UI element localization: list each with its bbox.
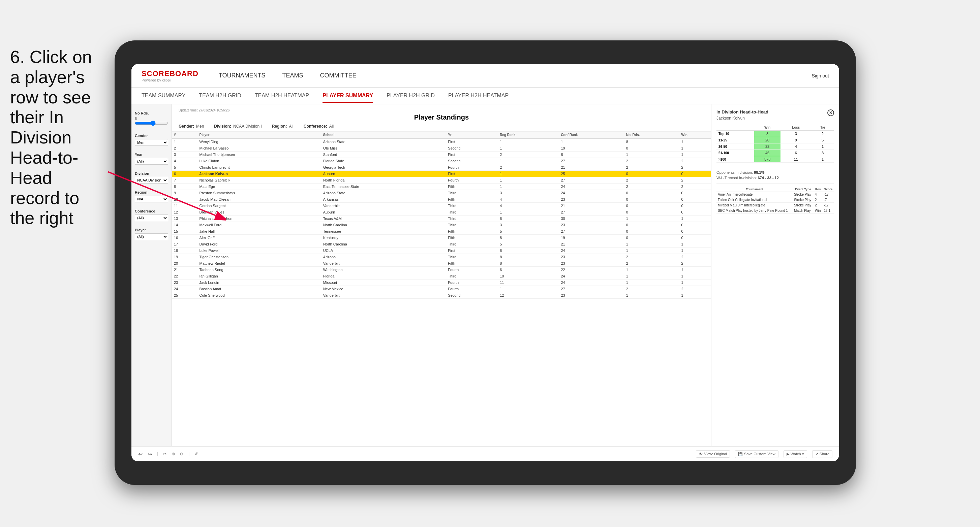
toolbar-copy[interactable]: ⊕ [172,452,175,456]
filter-conference-select[interactable]: (All) [135,214,168,221]
cell-conf-rank: 25 [559,171,624,177]
cell-rds: 2 [624,260,679,267]
cell-rank: 10 [172,196,197,203]
h2h-range-label: 51-100 [716,150,754,156]
cell-school: Vanderbilt [321,260,446,267]
table-row[interactable]: 16 Alex Goff Kentucky Fifth 8 19 0 0 [172,235,711,241]
cell-yr: Fourth [446,164,498,171]
h2h-close-button[interactable]: ✕ [827,110,834,116]
center-panel: Update time: 27/03/2024 16:56:26 Player … [172,105,711,446]
nav-committee[interactable]: COMMITTEE [320,70,356,81]
table-row[interactable]: 24 Bastian Amat New Mexico Fourth 1 27 2… [172,286,711,292]
nav-teams[interactable]: TEAMS [282,70,303,81]
table-row[interactable]: 13 Phichaisak Malchon Texas A&M Third 6 … [172,216,711,222]
filter-region-select[interactable]: N/A [135,196,168,202]
share-button[interactable]: ↗ Share [812,450,832,458]
subnav-team-h2h-grid[interactable]: TEAM H2H GRID [199,89,241,103]
table-row[interactable]: 2 Michael La Sasso Ole Miss Second 1 19 … [172,145,711,152]
table-row[interactable]: 6 Jackson Koivun Auburn First 1 25 0 0 [172,171,711,177]
cell-rds: 1 [624,267,679,273]
cell-school: New Mexico [321,286,446,292]
filter-division: Division NCAA Division I [135,171,168,184]
table-row[interactable]: 12 Brendan Valles Auburn Third 1 27 0 0 [172,209,711,216]
cell-yr: Third [446,273,498,279]
standings-title: Player Standings [178,113,704,121]
cell-player: Ian Gilligan [197,273,321,279]
table-row[interactable]: 14 Maxwell Ford North Carolina Third 3 2… [172,222,711,228]
filter-year-select[interactable]: (All) [135,158,168,165]
table-row[interactable]: 11 Gordon Sargent Vanderbilt Third 4 21 … [172,203,711,209]
subnav-team-h2h-heatmap[interactable]: TEAM H2H HEATMAP [255,89,309,103]
cell-school: Missouri [321,279,446,286]
filter-division-select[interactable]: NCAA Division I [135,177,168,184]
h2h-row: 26-50 22 4 1 [716,143,834,150]
table-row[interactable]: 22 Ian Gilligan Florida Third 10 24 1 1 [172,273,711,279]
cell-rank: 11 [172,203,197,209]
toolbar-cut[interactable]: ✂ [163,452,167,456]
cell-rds: 0 [624,196,679,203]
table-row[interactable]: 4 Luke Claton Florida State Second 1 27 … [172,158,711,164]
h2h-win-cell: 578 [754,156,781,163]
cell-reg-rank: 1 [498,158,559,164]
table-row[interactable]: 8 Mats Ege East Tennessee State Fifth 1 … [172,184,711,190]
table-row[interactable]: 15 Jake Hall Tennessee Fifth 5 27 0 0 [172,228,711,235]
filter-no-rds-slider[interactable] [135,121,168,126]
cell-school: Stanford [321,152,446,158]
cell-win: 1 [679,267,711,273]
sign-out-link[interactable]: Sign out [812,73,829,78]
view-original-button[interactable]: 👁 View: Original [696,450,730,458]
cell-conf-rank: 24 [559,190,624,196]
cell-school: Kentucky [321,235,446,241]
toolbar-paste[interactable]: ⊖ [180,452,183,456]
logo-area: SCOREBOARD Powered by clippi [142,69,199,82]
table-row[interactable]: 25 Cole Sherwood Vanderbilt Second 12 23… [172,292,711,299]
cell-reg-rank: 1 [498,171,559,177]
save-custom-button[interactable]: 💾 Save Custom View [735,450,778,458]
cell-conf-rank: 23 [559,254,624,260]
bottom-toolbar: ↩ ↪ | ✂ ⊕ ⊖ | ↺ 👁 View: Original 💾 Save … [131,446,839,461]
cell-rds: 2 [624,184,679,190]
cell-conf-rank: 24 [559,184,624,190]
cell-rank: 9 [172,190,197,196]
table-row[interactable]: 1 Wenyi Ding Arizona State First 1 1 8 1 [172,138,711,145]
filter-no-rds-label: No Rds. [135,111,168,115]
table-row[interactable]: 21 Taehoon Song Washington Fourth 6 22 1… [172,267,711,273]
table-row[interactable]: 20 Matthew Riedel Vanderbilt Fifth 8 23 … [172,260,711,267]
subnav-team-summary[interactable]: TEAM SUMMARY [142,89,185,103]
table-row[interactable]: 10 Jacob Mau Oleean Arkansas Fifth 4 23 … [172,196,711,203]
filter-no-rds-value: 6 [135,116,168,121]
table-row[interactable]: 3 Michael Thorbjornsen Stanford First 2 … [172,152,711,158]
tournament-col-pos: Pos [813,187,822,192]
tournament-row: Mirabel Maui Jim Intercollegiate Stroke … [716,203,834,208]
table-row[interactable]: 7 Nicholas Gabrelcik North Florida Fourt… [172,177,711,184]
cell-win: 0 [679,228,711,235]
tournament-col-score: Score [822,187,834,192]
table-row[interactable]: 9 Preston Summerhays Arizona State Third… [172,190,711,196]
tournament-col-type: Event Type [792,187,813,192]
watch-button[interactable]: ▶ Watch ▾ [784,450,807,458]
table-row[interactable]: 19 Tiger Christensen Arizona Third 8 23 … [172,254,711,260]
toolbar-redo[interactable]: ↪ [148,451,152,457]
toolbar-undo[interactable]: ↩ [138,451,143,457]
tablet-device: SCOREBOARD Powered by clippi TOURNAMENTS… [115,40,856,485]
cell-conf-rank: 27 [559,228,624,235]
nav-tournaments[interactable]: TOURNAMENTS [219,70,266,81]
subnav-player-summary[interactable]: PLAYER SUMMARY [323,89,373,103]
table-row[interactable]: 17 David Ford North Carolina Third 5 21 … [172,241,711,248]
toolbar-refresh[interactable]: ↺ [194,452,198,456]
subnav-player-h2h-grid[interactable]: PLAYER H2H GRID [387,89,435,103]
filter-division-label: Division [135,171,168,175]
subnav-player-h2h-heatmap[interactable]: PLAYER H2H HEATMAP [448,89,509,103]
table-row[interactable]: 23 Jack Lundin Missouri Fourth 11 24 1 1 [172,279,711,286]
filter-gender-select[interactable]: Men [135,139,168,146]
cell-rank: 1 [172,138,197,145]
filter-gender-label: Gender [135,134,168,138]
cell-reg-rank: 1 [498,177,559,184]
cell-rank: 18 [172,248,197,254]
h2h-loss-cell: 11 [781,156,811,163]
table-row[interactable]: 5 Christo Lamprecht Georgia Tech Fourth … [172,164,711,171]
filter-player-select[interactable]: (All) [135,233,168,240]
table-row[interactable]: 18 Luke Powell UCLA First 6 24 1 1 [172,248,711,254]
tournament-pos: Win [813,208,822,213]
h2h-loss-cell: 4 [781,143,811,150]
